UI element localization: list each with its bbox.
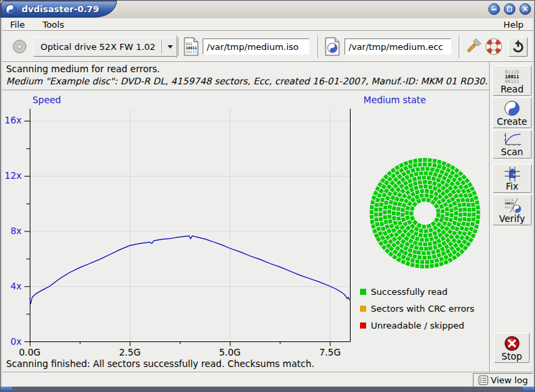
- lifebelt-icon: [485, 38, 503, 55]
- help-button[interactable]: [485, 38, 503, 55]
- read-button[interactable]: 01110 10011 00111 Read: [492, 65, 532, 96]
- legend-item-success: Successfully read: [360, 287, 474, 296]
- maximize-button[interactable]: [504, 3, 515, 15]
- verify-button-label: Verify: [499, 214, 525, 224]
- legend-swatch-yellow: [360, 306, 366, 312]
- window-title: dvdisaster-0.79: [22, 4, 99, 14]
- menubar: File Tools Help: [2, 18, 534, 31]
- quit-button[interactable]: [508, 37, 528, 57]
- toolbar-separator: [176, 35, 178, 58]
- drive-selector-value: Optical drive 52X FW 1.02: [41, 42, 155, 52]
- stop-x-icon: [504, 335, 520, 352]
- svg-text:00111: 00111: [186, 50, 197, 54]
- preferences-button[interactable]: [464, 38, 482, 55]
- drive-disc-icon: [12, 39, 27, 54]
- svg-text:10011: 10011: [505, 202, 514, 205]
- log-list-icon: [478, 375, 488, 385]
- close-icon: ×: [521, 5, 528, 13]
- read-button-label: Read: [501, 84, 524, 94]
- status-heading: Scanning medium for read errors.: [6, 63, 160, 74]
- legend-label: Sectors with CRC errors: [371, 304, 474, 314]
- titlebar[interactable]: dvdisaster-0.79 ×: [1, 1, 534, 19]
- svg-text:01110: 01110: [505, 198, 514, 202]
- legend-label: Unreadable / skipped: [371, 320, 464, 331]
- medium-state-disc: [365, 154, 484, 273]
- ecc-file-icon: [324, 37, 340, 58]
- svg-text:0.0G: 0.0G: [19, 347, 41, 358]
- verify-binary-yinyang-icon: 01110 10011 00111: [502, 197, 522, 214]
- wrench-icon: [464, 38, 482, 55]
- medium-state-title: Medium state: [363, 94, 426, 105]
- toolbar-separator: [317, 35, 319, 58]
- minimize-button[interactable]: [488, 3, 500, 15]
- iso-file-icon: 011 10011 00111: [183, 37, 199, 58]
- resize-grip-right[interactable]: [523, 387, 534, 391]
- verify-button[interactable]: 01110 10011 00111 Verify: [492, 194, 532, 225]
- title-tab: dvdisaster-0.79: [1, 1, 117, 18]
- view-log-label: View log: [491, 375, 528, 385]
- svg-text:0x: 0x: [10, 336, 22, 347]
- scan-status: Scanning finished: All sectors successfu…: [6, 358, 314, 369]
- menu-file[interactable]: File: [2, 18, 32, 31]
- window-border-left: [1, 18, 2, 387]
- svg-text:12x: 12x: [5, 170, 22, 181]
- app-window: dvdisaster-0.79 × File Tools Help Optica…: [0, 0, 535, 392]
- medium-info: Medium "Example disc": DVD-R DL, 4159748…: [6, 76, 488, 86]
- legend-item-unreadable: Unreadable / skipped: [360, 320, 474, 330]
- toolbar-separator: [459, 35, 460, 58]
- heading-separator: [1, 90, 490, 91]
- stop-button[interactable]: Stop: [494, 333, 530, 363]
- svg-text:16x: 16x: [5, 115, 22, 125]
- action-sidebar: 01110 10011 00111 Read Create Scan: [491, 62, 534, 372]
- legend-swatch-red: [360, 323, 366, 329]
- binary-read-icon: 01110 10011 00111: [505, 70, 519, 84]
- legend-item-crc: Sectors with CRC errors: [360, 304, 474, 313]
- window-border-bottom: [1, 387, 534, 391]
- svg-text:2.5G: 2.5G: [119, 347, 141, 358]
- svg-text:8x: 8x: [10, 225, 22, 236]
- view-log-button[interactable]: View log: [473, 373, 533, 387]
- combo-separator: [161, 40, 163, 53]
- legend-label: Successfully read: [371, 287, 447, 297]
- power-icon: [511, 40, 525, 54]
- stop-button-label: Stop: [501, 352, 522, 362]
- menu-help[interactable]: Help: [499, 18, 528, 31]
- sidebar-separator: [489, 62, 490, 372]
- scan-chart-icon: [502, 132, 522, 147]
- statusbar-separator: [1, 372, 535, 373]
- toolbar: Optical drive 52X FW 1.02 011 10011 0011…: [2, 32, 534, 61]
- puzzle-fix-icon: [504, 167, 521, 181]
- app-yinyang-icon: [5, 4, 16, 15]
- svg-text:5.0G: 5.0G: [219, 347, 240, 358]
- toolbar-separator-line: [1, 61, 535, 63]
- create-button[interactable]: Create: [492, 97, 532, 128]
- create-button-label: Create: [497, 117, 528, 127]
- menu-tools[interactable]: Tools: [34, 18, 71, 31]
- svg-text:7.5G: 7.5G: [319, 347, 340, 358]
- fix-button[interactable]: Fix: [492, 164, 532, 193]
- svg-text:4x: 4x: [10, 281, 22, 291]
- iso-path-input[interactable]: [203, 38, 309, 55]
- close-button[interactable]: ×: [519, 3, 531, 15]
- legend-swatch-green: [360, 289, 366, 295]
- medium-state-legend: Successfully read Sectors with CRC error…: [360, 287, 474, 337]
- speed-chart: 0x4x8x12x16x0.0G2.5G5.0G7.5G: [1, 92, 359, 360]
- scan-button-label: Scan: [501, 147, 524, 157]
- window-border-right: [533, 18, 534, 387]
- resize-grip-left[interactable]: [1, 387, 12, 391]
- scan-button[interactable]: Scan: [492, 130, 532, 159]
- fix-button-label: Fix: [506, 181, 519, 192]
- yinyang-create-icon: [503, 100, 521, 117]
- ecc-path-input[interactable]: [345, 38, 451, 55]
- minimize-icon: [492, 9, 496, 10]
- chevron-down-icon: [168, 45, 173, 49]
- maximize-icon: [507, 7, 512, 11]
- drive-selector[interactable]: Optical drive 52X FW 1.02: [33, 36, 178, 57]
